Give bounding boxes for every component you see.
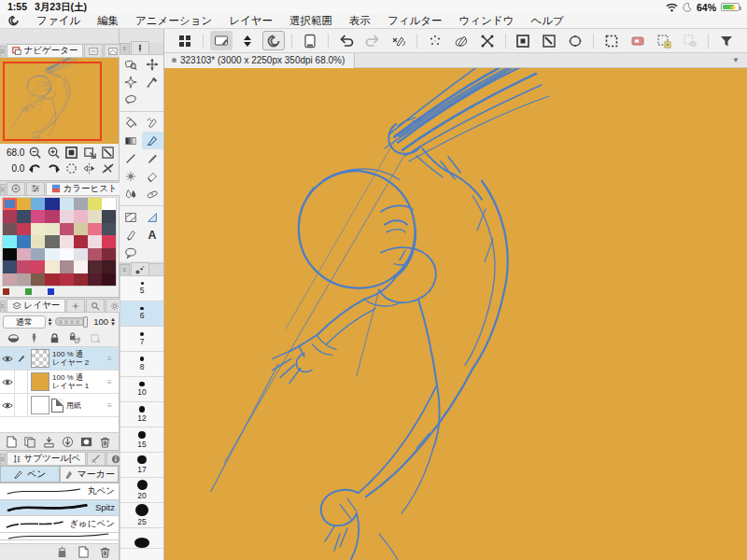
layer-row-用紙[interactable]: 用紙≡	[0, 394, 119, 417]
frame-border-tool[interactable]	[120, 208, 142, 226]
flip-horizontal-button[interactable]	[82, 161, 98, 175]
brush-tool[interactable]	[142, 149, 164, 167]
color-swatch[interactable]	[102, 235, 116, 248]
airbrush-tool[interactable]	[142, 114, 164, 132]
merge-down-button[interactable]	[62, 436, 74, 448]
tab-brush-size[interactable]	[131, 262, 149, 275]
color-swatch[interactable]	[88, 198, 102, 211]
tablet-mode-button[interactable]	[299, 31, 321, 50]
set-as-reference-icon[interactable]	[90, 332, 102, 344]
menu-item-8[interactable]: ヘルプ	[530, 14, 563, 28]
frame-border-button[interactable]	[512, 31, 534, 50]
brush-size-12[interactable]: 12	[120, 402, 163, 427]
color-swatch[interactable]	[31, 260, 45, 273]
redo-button[interactable]	[361, 31, 384, 50]
layer-thumbnail[interactable]	[31, 349, 49, 368]
blend-mode-stepper[interactable]: ▲▼	[48, 317, 53, 327]
menu-item-5[interactable]: 表示	[349, 14, 371, 28]
layer-menu-icon[interactable]: ≡	[107, 378, 117, 386]
color-swatch[interactable]	[74, 210, 88, 223]
operation-tool[interactable]	[120, 55, 142, 73]
clip-to-layer-icon[interactable]	[28, 332, 40, 344]
color-swatch[interactable]	[102, 273, 116, 287]
reset-flip-button[interactable]	[100, 161, 116, 175]
color-swatch[interactable]	[60, 210, 74, 223]
color-swatch[interactable]	[88, 248, 102, 261]
brush-size-8[interactable]: 8	[120, 352, 163, 377]
blend-mode-select[interactable]: 通常	[3, 315, 46, 329]
color-swatch[interactable]	[3, 223, 17, 236]
eyedropper-tool[interactable]	[142, 73, 164, 91]
panel-collapse-handle-icon[interactable]: ≡	[120, 43, 130, 54]
color-swatch[interactable]	[102, 210, 116, 223]
tab-color-history[interactable]: カラーヒスト	[46, 182, 123, 195]
color-swatch[interactable]	[60, 198, 74, 211]
layer-menu-icon[interactable]: ≡	[107, 355, 117, 363]
color-swatch[interactable]	[88, 273, 102, 287]
color-swatch[interactable]	[45, 235, 59, 248]
correction-line-button[interactable]	[538, 31, 560, 50]
new-folder-button[interactable]	[24, 436, 36, 448]
color-swatch[interactable]	[3, 273, 17, 287]
tab-list-dropdown-icon[interactable]: ▼	[732, 56, 740, 64]
zoom-in-button[interactable]	[46, 146, 62, 160]
transform-button[interactable]	[476, 31, 499, 50]
tab-layers[interactable]: レイヤー	[7, 299, 66, 312]
line-tool[interactable]	[120, 149, 142, 167]
speech-balloon-tool[interactable]	[120, 244, 142, 261]
color-swatch[interactable]	[17, 260, 31, 273]
fit-to-screen-button[interactable]	[63, 146, 79, 160]
color-swatch[interactable]	[45, 223, 59, 236]
color-swatch[interactable]	[60, 260, 74, 273]
menu-item-2[interactable]: アニメーション	[135, 14, 212, 28]
color-swatch[interactable]	[17, 198, 31, 211]
brush-size-25[interactable]: 25	[120, 503, 163, 528]
layer-row-レイヤー 1[interactable]: 100 % 通レイヤー 1≡	[0, 371, 119, 394]
color-swatch[interactable]	[3, 198, 17, 211]
menu-item-4[interactable]: 選択範囲	[289, 14, 332, 28]
tab-tool-property[interactable]	[87, 452, 106, 465]
color-swatch[interactable]	[74, 273, 88, 287]
color-swatch[interactable]	[88, 260, 102, 273]
layer-visibility-eye-icon[interactable]	[0, 371, 15, 393]
color-swatch[interactable]	[3, 210, 17, 223]
color-swatch[interactable]	[102, 260, 116, 273]
screen-settings-button[interactable]	[210, 31, 233, 50]
clip-studio-home-button[interactable]	[262, 31, 285, 50]
color-swatch[interactable]	[17, 248, 31, 261]
brush-size-6[interactable]: 6	[120, 301, 163, 327]
tab-subview[interactable]	[84, 44, 103, 57]
delete-subtool-button[interactable]	[99, 546, 111, 558]
brush-size-overflow[interactable]	[120, 528, 163, 549]
color-swatch[interactable]	[45, 210, 59, 223]
document-tab[interactable]: 323103* (3000 x 2250px 350dpi 68.0%)	[164, 53, 355, 68]
color-swatch[interactable]	[88, 210, 102, 223]
timelapse-record-button[interactable]	[627, 31, 649, 50]
tab-color-wheel[interactable]	[7, 182, 25, 195]
menu-item-6[interactable]: フィルター	[388, 14, 443, 28]
subtool-tab-pen[interactable]: ペン	[0, 466, 60, 483]
pen-settings-button[interactable]	[450, 31, 472, 50]
color-swatch[interactable]	[60, 248, 74, 261]
color-swatch[interactable]	[102, 223, 116, 236]
tab-color-sliders[interactable]	[26, 182, 45, 195]
add-layer-from-selection-button[interactable]	[653, 31, 675, 50]
delete-layer-button[interactable]	[99, 436, 111, 448]
zoom-out-button[interactable]	[27, 146, 43, 160]
brush-size-10[interactable]: 10	[120, 377, 163, 402]
layer-row-レイヤー 2[interactable]: 100 % 通レイヤー 2≡	[0, 347, 119, 371]
lock-layer-icon[interactable]	[49, 332, 61, 344]
menu-item-7[interactable]: ウィンドウ	[459, 14, 514, 28]
panel-collapse-handle-icon[interactable]: ≡	[0, 46, 6, 57]
reset-rotation-button[interactable]	[63, 161, 79, 175]
layer-mask-button[interactable]	[80, 436, 92, 448]
opacity-slider[interactable]	[55, 317, 89, 326]
combine-mode-icon[interactable]	[7, 332, 20, 344]
color-swatch[interactable]	[88, 235, 102, 248]
layer-visibility-eye-icon[interactable]	[0, 347, 15, 370]
color-swatch[interactable]	[45, 260, 59, 273]
actual-size-button[interactable]	[100, 146, 116, 160]
frame-operation-tool[interactable]	[120, 73, 142, 91]
color-swatch[interactable]	[74, 248, 88, 261]
color-swatch[interactable]	[31, 210, 45, 223]
